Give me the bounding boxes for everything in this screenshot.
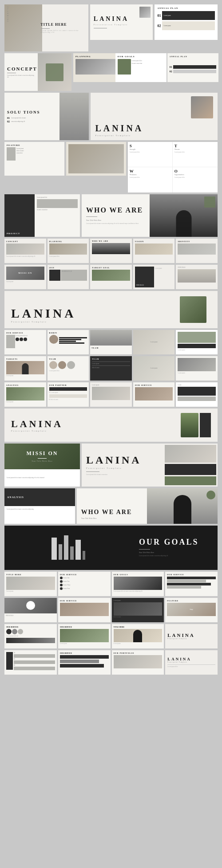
- brand-tagline2: Powerpoint Template: [95, 134, 131, 137]
- swot-s: S: [130, 144, 170, 148]
- overview-goals-sm[interactable]: OUR GOALS: [176, 265, 218, 289]
- lanina-right-section: LANINA Powerpoint Template Lorem ipsum d…: [82, 444, 218, 487]
- overview-2018[interactable]: 2018 BUSINESS PLAN: [48, 265, 89, 289]
- slide-small-e[interactable]: Lorem ipsum: [176, 356, 218, 381]
- slide-small-d[interactable]: Lorem ipsum: [133, 356, 175, 381]
- brand-name-mid: LANINA: [11, 418, 63, 430]
- slide-team-c[interactable]: TEAM Lorem ipsum dolor sit amet: [90, 356, 132, 381]
- slide-solutions[interactable]: SOLU TIONS 01 Lorem ipsum dolor sit amet…: [4, 93, 89, 140]
- slide-planning-2[interactable]: [66, 142, 126, 176]
- slide-swot[interactable]: S Strength Lorem ipsum dolor T Threats L…: [128, 142, 218, 192]
- final-slide-1[interactable]: OUR SERVICE Lorem ipsum dolor sit: [4, 624, 57, 648]
- who-we-are-title: WHO WE ARE: [86, 206, 145, 214]
- swot-w: W: [130, 169, 170, 173]
- slide-partner[interactable]: OUR PARTNER 01 Lorem ipsum 02 dolor sit …: [48, 382, 89, 407]
- annual-plan-title: ANNUAL PLAN: [157, 7, 215, 9]
- slide-annual-plan[interactable]: ANNUAL PLAN 01 Lorem ipsum 02 Lorem ipsu…: [155, 4, 218, 40]
- slide-our-goals[interactable]: OUR GOALS Lorem ipsum dolor sit amet con…: [115, 53, 167, 82]
- brand-tagline: Presentation Template: [94, 24, 128, 26]
- slide-team-b[interactable]: TEAM Lorem ipsum dolor: [48, 356, 89, 381]
- slide-our-service-b[interactable]: OUR SERVICE: [133, 382, 175, 407]
- brand-name-right: LANINA: [86, 454, 159, 466]
- last-slide-1[interactable]: 01 02 03: [4, 650, 57, 675]
- slide-lanina-brand[interactable]: LANINA Presentation Template: [90, 4, 153, 40]
- final-slide-2[interactable]: OUR SERVICE Lorem ipsum: [58, 624, 111, 648]
- analysis-title: ANALYSIS: [7, 496, 24, 499]
- last-slide-2[interactable]: OUR SERVICE: [58, 650, 111, 675]
- brand-right-tagline: Powerpoint Template: [86, 467, 159, 469]
- overview-concept[interactable]: CONCEPT Lorem ipsum dolor sit amet conse…: [4, 239, 46, 263]
- last-lanina-final[interactable]: LANINA Powerpoint Template Lorem ipsum d…: [165, 650, 218, 675]
- slide-targets[interactable]: TARGETS Lorem ipsum: [4, 356, 46, 381]
- overview-target-goal[interactable]: TARGET GOAL: [90, 265, 132, 289]
- brand-final: LANINA: [167, 632, 215, 638]
- slide-feature[interactable]: FEATURE Lorem ipsum dolor sit amet conse…: [4, 142, 64, 176]
- project-title: PROJECT: [7, 232, 32, 235]
- slide-lanina-big[interactable]: LANINA Powerpoint Template: [91, 93, 218, 140]
- overview-vision[interactable]: VISION: [133, 239, 175, 263]
- annual-sm-label: ANNUAL PLAN: [170, 55, 217, 58]
- brand-last: LANINA: [167, 657, 215, 661]
- bottom-slide-7[interactable]: Lorem ipsum dolor sit amet: [112, 598, 164, 622]
- overview-identity[interactable]: IDENTITY: [176, 239, 218, 263]
- slide-annual-sm[interactable]: ANNUAL PLAN 01 02: [167, 53, 219, 82]
- brand-tagline-large: Powerpoint Template: [11, 321, 76, 323]
- slide-who-we-are-2[interactable]: WHO WE ARE Your Title Write Here: [77, 488, 218, 524]
- slide-project[interactable]: PROJECT Lorem ipsum dolor sit amet conse…: [4, 194, 80, 237]
- bottom-slide-2[interactable]: OUR SERVICE Service One Service Two Serv…: [58, 572, 111, 596]
- slide-analysis[interactable]: ANALYSIS Lorem ipsum: [4, 382, 46, 407]
- final-slide-3[interactable]: TITLE HERE Lorem ipsum: [112, 624, 164, 648]
- title-here-text: TITLE HERE: [41, 23, 86, 27]
- last-slide-portfolio[interactable]: OUR PORTFOLIO: [112, 650, 164, 675]
- final-lanina[interactable]: LANINA Powerpoint Template: [165, 624, 218, 648]
- page-wrapper: PLANNING TITLE HERE Lorem ipsum dolor si…: [0, 0, 222, 681]
- brand-tagline-mid: Powerpoint Template: [11, 430, 63, 432]
- feature-label: FEATURE: [7, 144, 62, 146]
- who-we-are-2: WHO WE ARE: [81, 509, 143, 515]
- overview-mission[interactable]: MISSI ON Lorem ipsum: [4, 265, 46, 289]
- our-goals-dark: OUR GOALS: [139, 538, 211, 547]
- slide-robin[interactable]: ROBIN: [48, 330, 89, 354]
- slide-analysis-big[interactable]: ANALYSIS Lorem ipsum dolor sit amet cons…: [4, 488, 75, 524]
- brand-name: LANINA: [94, 16, 129, 22]
- slide-title-main[interactable]: PLANNING TITLE HERE Lorem ipsum dolor si…: [4, 4, 88, 51]
- lanina-brand-section-2: LANINA Powerpoint Template: [4, 408, 218, 442]
- brand-name-big: LANINA: [95, 123, 143, 134]
- bottom-slide-4[interactable]: OUR SERVICE: [165, 572, 218, 596]
- brand-name-large: LANINA: [11, 306, 76, 321]
- mission-title: MISSI ON: [26, 451, 58, 456]
- slide-small-g[interactable]: Lorem: [176, 382, 218, 407]
- bottom-slide-1[interactable]: TITLE HERE Lorem ipsum: [4, 572, 57, 596]
- overview-who-we-are[interactable]: WHO WE ARE: [90, 239, 132, 263]
- overview-planning[interactable]: PLANNING Lorem ipsum dolor: [48, 239, 89, 263]
- bottom-slide-feature[interactable]: FEATURE Image: [165, 598, 218, 622]
- swot-t: T: [174, 144, 216, 148]
- slide-our-goals-dark[interactable]: OUR GOALS Your Title Write Here Lorem ip…: [4, 526, 218, 570]
- our-goals-title: OUR GOALS: [118, 55, 165, 58]
- slide-concept[interactable]: CONCEPT Lorem ipsum dolor sit amet conse…: [4, 53, 71, 91]
- lanina-brand-section: LANINA Powerpoint Template: [4, 291, 218, 328]
- slide-small-f[interactable]: Lorem ipsum: [90, 382, 132, 407]
- bottom-slide-3[interactable]: OUR GOALS Lorem ipsum dolor sit amet con…: [112, 572, 164, 596]
- overview-our-goals-2[interactable]: OUR GOALS Lorem ipsum: [133, 265, 175, 289]
- swot-o: O: [174, 169, 216, 173]
- slide-small-b[interactable]: Lorem ipsum: [133, 330, 175, 354]
- slide-our-service-a[interactable]: OUR SERVICE Lorem ipsum dolor sit: [4, 330, 46, 354]
- slide-mission-big[interactable]: MISSI ON Your Title Write Here Lorem ips…: [4, 444, 80, 487]
- slide-team-a[interactable]: TEAM: [90, 330, 132, 354]
- concept-title: CONCEPT: [7, 66, 35, 71]
- bottom-slide-5[interactable]: OUR GOALS: [4, 598, 57, 622]
- bottom-slide-6[interactable]: OUR SERVICE: [58, 598, 111, 622]
- slide-who-we-are-big[interactable]: WHO WE ARE Your Title Write Here Lorem i…: [82, 194, 218, 237]
- slide-small-c[interactable]: Lorem ipsum: [176, 330, 218, 354]
